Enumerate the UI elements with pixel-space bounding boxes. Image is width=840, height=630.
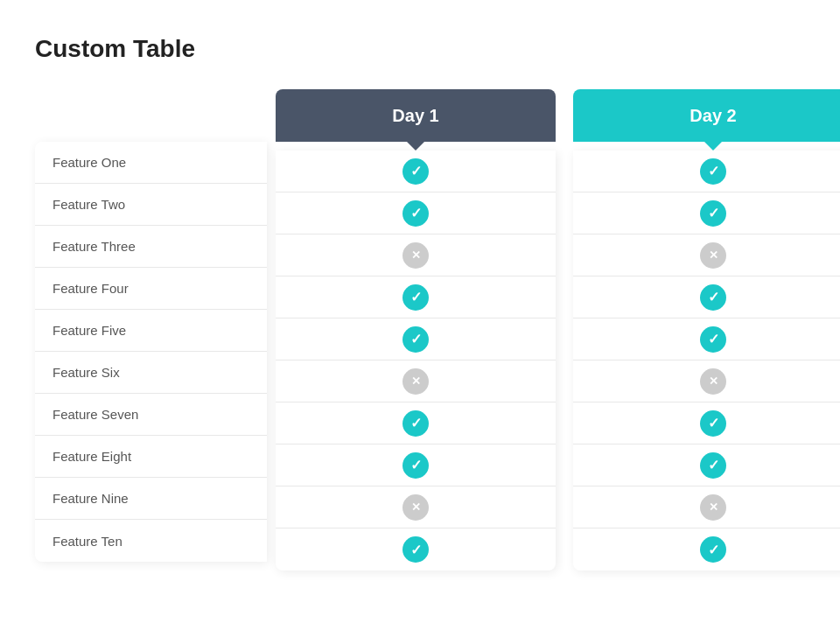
day1-cell [276,528,556,570]
day1-cell [276,360,556,402]
check-icon [402,158,429,185]
comparison-table: Feature OneFeature TwoFeature ThreeFeatu… [35,89,805,570]
day1-header: Day 1 [276,89,556,142]
feature-label: Feature Eight [35,436,267,478]
day1-cell [276,402,556,444]
check-icon [402,410,429,437]
day1-cell [276,486,556,528]
features-column: Feature OneFeature TwoFeature ThreeFeatu… [35,142,267,562]
check-icon [700,200,726,227]
check-icon [402,452,429,479]
page-title: Custom Table [35,35,805,63]
feature-label: Feature Four [35,268,267,310]
day1-cell [276,234,556,276]
day2-cell [573,528,840,570]
x-icon [402,368,429,395]
x-icon [700,242,726,269]
day2-cell [573,192,840,234]
day2-cell [573,486,840,528]
feature-label: Feature Five [35,310,267,352]
day2-cell [573,150,840,192]
day2-header: Day 2 [573,89,840,142]
feature-label: Feature Three [35,226,267,268]
x-icon [700,494,726,521]
day2-cell [573,234,840,276]
day1-column: Day 1 [276,89,556,570]
check-icon [402,326,429,353]
feature-label: Feature Six [35,352,267,394]
day2-cell [573,444,840,486]
feature-label: Feature One [35,142,267,184]
check-icon [700,284,726,311]
day1-cell [276,150,556,192]
day1-cell [276,444,556,486]
day2-column: Day 2 [573,89,840,570]
day1-label: Day 1 [392,106,438,126]
page-wrapper: Custom Table Feature OneFeature TwoFeatu… [0,0,840,630]
day2-cell [573,318,840,360]
day1-cells [276,150,556,570]
check-icon [402,200,429,227]
day2-cell [573,276,840,318]
day1-cell [276,276,556,318]
feature-label: Feature Two [35,184,267,226]
check-icon [700,158,726,185]
day2-cell [573,360,840,402]
day2-label: Day 2 [690,106,736,126]
feature-label: Feature Seven [35,394,267,436]
x-icon [402,242,429,269]
check-icon [700,410,726,437]
x-icon [700,368,726,395]
feature-label: Feature Ten [35,520,267,562]
x-icon [402,494,429,521]
check-icon [700,326,726,353]
day2-cell [573,402,840,444]
day2-cells [573,150,840,570]
check-icon [700,536,726,563]
check-icon [402,536,429,563]
check-icon [402,284,429,311]
feature-label: Feature Nine [35,478,267,520]
day1-cell [276,192,556,234]
day1-cell [276,318,556,360]
check-icon [700,452,726,479]
